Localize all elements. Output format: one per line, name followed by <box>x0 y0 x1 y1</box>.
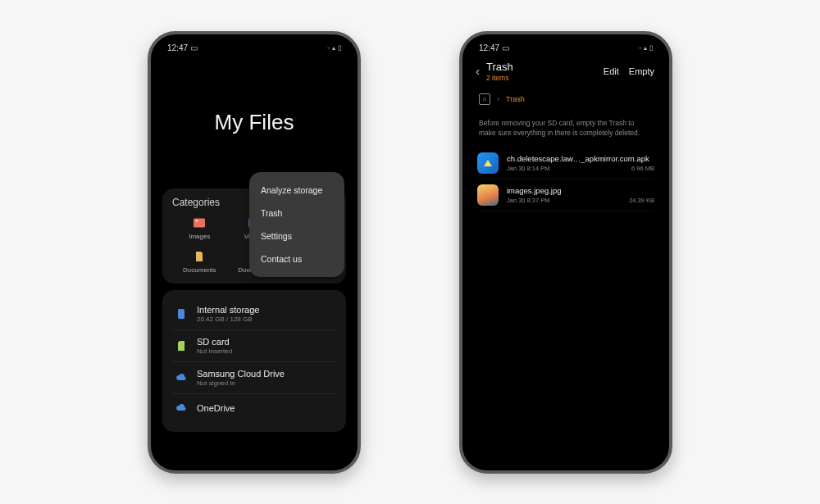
svg-rect-4 <box>178 309 184 319</box>
file-list: ch.deletescape.law…_apkmirror.com.apk Ja… <box>467 148 664 211</box>
internal-storage-icon <box>174 306 189 321</box>
status-notif-icon: ▭ <box>190 43 198 52</box>
svg-marker-5 <box>484 160 492 166</box>
file-size: 6.96 MB <box>631 165 654 172</box>
menu-contact-us[interactable]: Contact us <box>249 247 344 270</box>
phone-frame-1: 12:47 ▭ ◦ ▴ ▯ My Files Analyze storage T… <box>148 31 361 474</box>
empty-button[interactable]: Empty <box>629 66 654 76</box>
menu-analyze-storage[interactable]: Analyze storage <box>249 179 344 202</box>
screen-1: 12:47 ▭ ◦ ▴ ▯ My Files Analyze storage T… <box>156 39 353 465</box>
storage-list: Internal storage 20.42 GB / 128 GB SD ca… <box>172 298 336 422</box>
file-size: 24.39 KB <box>629 197 654 204</box>
status-left: 12:47 ▭ <box>167 43 198 52</box>
file-date: Jan 30 8:14 PM <box>507 165 550 172</box>
image-thumbnail-icon <box>477 184 499 206</box>
screen-2: 12:47 ▭ ◦ ▴ ▯ ‹ Trash 2 items Edit Empty… <box>467 39 664 465</box>
page-title: My Files <box>156 57 353 188</box>
battery-icon: ▯ <box>649 44 653 52</box>
back-button[interactable]: ‹ <box>476 64 480 78</box>
trash-header: ‹ Trash 2 items Edit Empty <box>467 57 664 89</box>
header-title: Trash <box>486 61 597 73</box>
breadcrumb-home-icon[interactable]: ⌂ <box>479 93 490 105</box>
file-row[interactable]: ch.deletescape.law…_apkmirror.com.apk Ja… <box>477 148 654 179</box>
header-subtitle: 2 items <box>486 74 597 82</box>
file-row[interactable]: images.jpeg.jpg Jan 30 8:37 PM 24.39 KB <box>477 179 654 211</box>
storage-onedrive[interactable]: OneDrive <box>172 394 336 422</box>
status-time: 12:47 <box>167 43 188 52</box>
file-name: images.jpeg.jpg <box>507 186 654 195</box>
battery-icon: ▯ <box>338 44 341 52</box>
status-bar: 12:47 ▭ ◦ ▴ ▯ <box>156 39 353 57</box>
main-body: Analyze storage Trash Settings Contact u… <box>156 188 353 465</box>
info-text: Before removing your SD card, empty the … <box>467 110 664 148</box>
sd-card-icon <box>174 338 189 353</box>
samsung-cloud-icon <box>174 370 189 385</box>
phone-frame-2: 12:47 ▭ ◦ ▴ ▯ ‹ Trash 2 items Edit Empty… <box>459 31 672 474</box>
menu-settings[interactable]: Settings <box>249 225 344 247</box>
status-time-2: 12:47 <box>479 43 499 52</box>
onedrive-icon <box>174 401 189 415</box>
svg-point-1 <box>196 220 198 221</box>
storage-internal[interactable]: Internal storage 20.42 GB / 128 GB <box>172 298 336 330</box>
breadcrumb-separator-icon: › <box>497 95 499 103</box>
wifi-icon: ◦ <box>327 44 330 52</box>
status-notif-icon: ▭ <box>502 43 509 52</box>
status-right: ◦ ▴ ▯ <box>327 44 341 52</box>
svg-rect-0 <box>194 218 205 227</box>
storage-sdcard[interactable]: SD card Not inserted <box>172 330 336 362</box>
storage-card: Internal storage 20.42 GB / 128 GB SD ca… <box>162 290 346 432</box>
wifi-icon: ◦ <box>639 44 641 52</box>
breadcrumb-current: Trash <box>506 95 525 103</box>
category-documents[interactable]: Documents <box>172 250 227 274</box>
breadcrumb: ⌂ › Trash <box>467 89 664 110</box>
edit-button[interactable]: Edit <box>604 66 619 76</box>
category-images[interactable]: Images <box>172 216 227 240</box>
images-icon <box>193 216 206 229</box>
storage-samsung-cloud[interactable]: Samsung Cloud Drive Not signed in <box>172 362 336 394</box>
signal-icon: ▴ <box>332 44 335 52</box>
apk-thumbnail-icon <box>477 152 499 174</box>
status-bar-2: 12:47 ▭ ◦ ▴ ▯ <box>467 39 664 57</box>
file-date: Jan 30 8:37 PM <box>507 197 550 204</box>
file-name: ch.deletescape.law…_apkmirror.com.apk <box>507 154 654 163</box>
menu-trash[interactable]: Trash <box>249 202 344 225</box>
documents-icon <box>193 250 206 263</box>
overflow-menu: Analyze storage Trash Settings Contact u… <box>249 172 344 277</box>
signal-icon: ▴ <box>644 44 647 52</box>
